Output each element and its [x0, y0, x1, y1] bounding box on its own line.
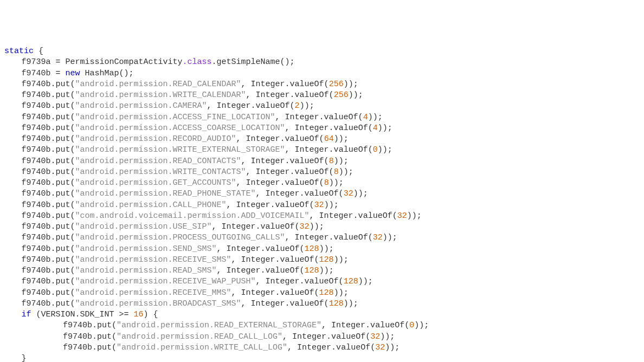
- code-block: static {f9739a = PermissionCompatActivit…: [4, 46, 640, 362]
